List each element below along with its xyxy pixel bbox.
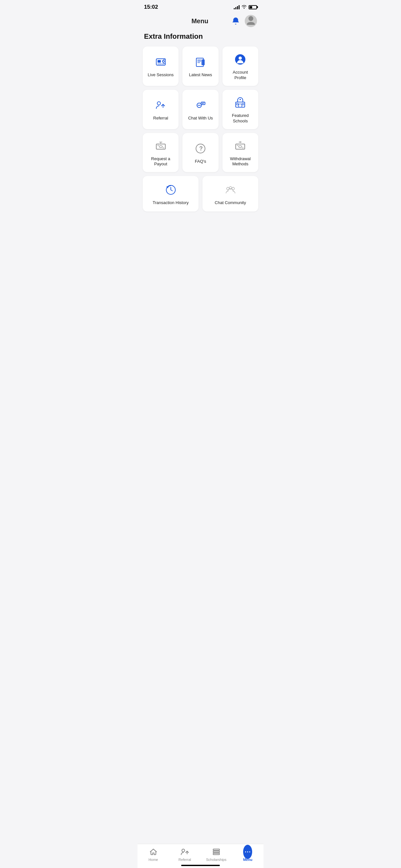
account-profile-item[interactable]: Account Profile <box>222 46 258 86</box>
main-content: Extra Information Live Sessions <box>137 32 264 248</box>
svg-point-24 <box>159 146 162 148</box>
referral-icon <box>154 99 167 112</box>
wifi-icon <box>242 4 247 10</box>
svg-point-22 <box>240 99 241 100</box>
latest-news-label: Latest News <box>189 72 212 78</box>
transaction-history-label: Transaction History <box>153 200 189 206</box>
avatar[interactable] <box>245 15 257 27</box>
svg-point-16 <box>198 105 199 106</box>
svg-rect-4 <box>202 59 205 65</box>
signal-icon <box>234 5 240 9</box>
chat-with-us-item[interactable]: Chat With Us <box>182 90 218 129</box>
live-sessions-label: Live Sessions <box>148 72 174 78</box>
svg-rect-20 <box>237 103 238 105</box>
faqs-item[interactable]: ? FAQ's <box>182 133 218 173</box>
notifications-button[interactable] <box>230 15 242 27</box>
account-profile-label: Account Profile <box>226 70 254 81</box>
svg-rect-23 <box>156 144 165 149</box>
referral-item[interactable]: Referral <box>143 90 179 129</box>
svg-rect-12 <box>201 102 205 104</box>
menu-grid-row2: Referral Chat With Us <box>143 90 258 129</box>
chat-community-item[interactable]: Chat Community <box>203 176 258 212</box>
status-bar: 15:02 <box>137 0 264 11</box>
svg-point-17 <box>199 105 201 106</box>
section-title: Extra Information <box>143 32 258 41</box>
live-sessions-icon <box>154 56 167 68</box>
faqs-icon: ? <box>194 142 207 155</box>
transaction-history-item[interactable]: Transaction History <box>143 176 198 212</box>
featured-schools-icon <box>234 96 247 109</box>
header-actions <box>230 15 257 27</box>
svg-point-15 <box>197 105 198 106</box>
svg-rect-21 <box>242 103 244 105</box>
svg-point-2 <box>162 60 164 62</box>
faqs-label: FAQ's <box>195 159 206 164</box>
menu-grid-row1: Live Sessions Latest News <box>143 46 258 86</box>
battery-icon <box>249 5 257 9</box>
svg-rect-19 <box>239 104 242 107</box>
chat-community-icon <box>224 183 237 196</box>
latest-news-item[interactable]: Latest News <box>182 46 218 86</box>
referral-label: Referral <box>153 116 168 121</box>
svg-rect-29 <box>236 144 245 149</box>
svg-rect-1 <box>158 60 161 63</box>
latest-news-icon <box>194 56 207 68</box>
svg-point-30 <box>239 146 242 148</box>
withdrawal-methods-icon <box>234 140 247 152</box>
status-time: 15:02 <box>144 4 158 10</box>
featured-schools-item[interactable]: Featured Schools <box>222 90 258 129</box>
chat-with-us-icon <box>194 99 207 112</box>
page-title: Menu <box>170 18 230 25</box>
menu-grid-row4: Transaction History Chat Community <box>143 176 258 212</box>
featured-schools-label: Featured Schools <box>226 113 254 124</box>
live-sessions-item[interactable]: Live Sessions <box>143 46 179 86</box>
request-payout-item[interactable]: Request a Payout <box>143 133 179 173</box>
svg-point-9 <box>239 57 242 60</box>
request-payout-label: Request a Payout <box>147 156 175 167</box>
menu-grid-row3: Request a Payout ? FAQ's W <box>143 133 258 173</box>
svg-rect-18 <box>236 102 245 107</box>
chat-community-label: Chat Community <box>215 200 246 206</box>
account-profile-icon <box>234 53 247 66</box>
request-payout-icon <box>154 140 167 152</box>
header: Menu <box>137 11 264 32</box>
withdrawal-methods-label: Withdrawal Methods <box>226 156 254 167</box>
status-icons <box>234 4 257 10</box>
transaction-history-icon <box>164 183 177 196</box>
svg-point-10 <box>157 102 160 105</box>
chat-with-us-label: Chat With Us <box>188 116 213 121</box>
svg-text:?: ? <box>199 145 203 152</box>
withdrawal-methods-item[interactable]: Withdrawal Methods <box>222 133 258 173</box>
